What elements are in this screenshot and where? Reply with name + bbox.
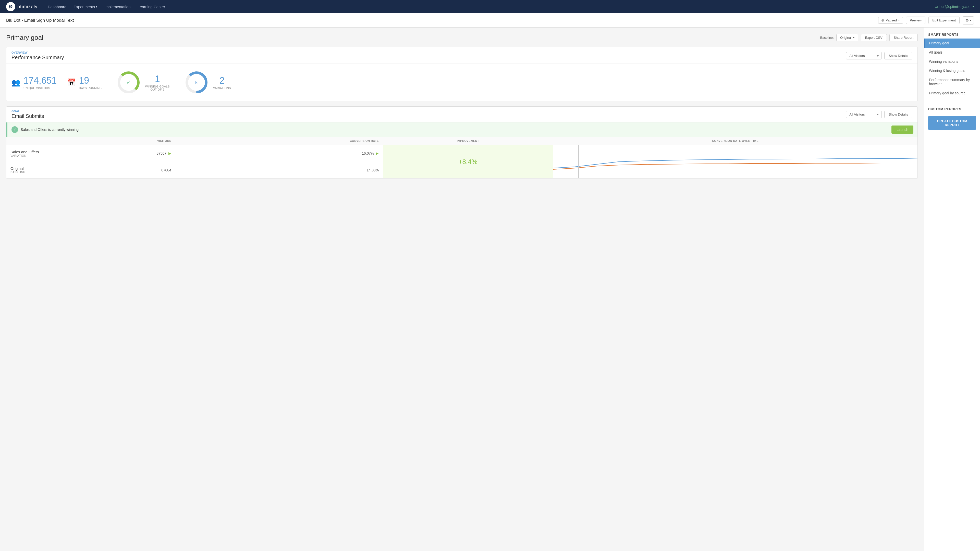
nav-dashboard[interactable]: Dashboard <box>48 5 66 9</box>
page-title: Primary goal <box>6 34 43 41</box>
sidebar: SMART REPORTS Primary goal All goals Win… <box>924 27 980 551</box>
conversion-rate-chart <box>553 145 918 178</box>
overview-label: OVERVIEW <box>11 51 64 54</box>
sidebar-item-all-goals[interactable]: All goals <box>924 48 980 57</box>
show-details-button-goal[interactable]: Show Details <box>884 111 912 118</box>
main-layout: Primary goal Baseline: Original ▾ Export… <box>0 27 980 551</box>
status-label: Paused <box>886 18 897 22</box>
chevron-down-icon: ▾ <box>96 5 97 8</box>
winning-check-icon: ✓ <box>11 126 18 133</box>
card-header-left: OVERVIEW Performance Summary <box>11 51 64 60</box>
nav-links: Dashboard Experiments ▾ Implementation L… <box>48 5 927 9</box>
experiment-header: Blu Dot - Email Sign Up Modal Text Pause… <box>0 13 980 27</box>
variations-label: VARIATIONS <box>213 86 231 89</box>
chart-cell-1 <box>553 145 918 179</box>
days-running-stat: 📅 19 DAYS RUNNING <box>67 75 102 89</box>
table-header-row: VISITORS CONVERSION RATE IMPROVEMENT CON… <box>6 137 918 145</box>
experiment-actions: Paused ▾ Preview Edit Experiment ⚙ ▾ <box>878 16 974 24</box>
edit-experiment-button[interactable]: Edit Experiment <box>928 17 959 24</box>
settings-button[interactable]: ⚙ ▾ <box>963 16 974 24</box>
nav-learning-center[interactable]: Learning Center <box>138 5 165 9</box>
conversion-cell-2: 14.83% <box>175 162 383 179</box>
baseline-value: Original <box>840 36 852 40</box>
goal-card-header: GOAL Email Submits All Visitors Show Det… <box>6 106 918 122</box>
logo[interactable]: Ø ptimizely <box>6 2 38 11</box>
sidebar-item-winning-losing-goals[interactable]: Winning & losing goals <box>924 66 980 75</box>
variation-type: VARIATION <box>11 154 43 157</box>
monitor-icon: ⊡ <box>195 79 199 85</box>
chart-svg <box>553 145 918 178</box>
expand-arrow-conv-1[interactable]: ▶ <box>376 151 379 156</box>
baseline-label: Baseline: <box>820 36 834 40</box>
page-header-controls: Baseline: Original ▾ Export CSV Share Re… <box>820 34 918 41</box>
col-improvement: IMPROVEMENT <box>383 137 553 145</box>
improvement-value: +8.4% <box>388 158 548 166</box>
sidebar-item-perf-browser[interactable]: Performance summary by browser <box>924 75 980 89</box>
export-csv-button[interactable]: Export CSV <box>861 34 887 41</box>
results-table: VISITORS CONVERSION RATE IMPROVEMENT CON… <box>6 137 918 179</box>
winning-goals-stat: ✓ 1 WINNING GOALSOUT OF 2 <box>117 71 170 94</box>
launch-button[interactable]: Launch <box>891 125 913 134</box>
nav-implementation[interactable]: Implementation <box>104 5 130 9</box>
goal-label: GOAL <box>11 110 44 113</box>
unique-visitors-label: UNIQUE VISITORS <box>24 86 57 89</box>
calendar-icon: 📅 <box>67 78 76 87</box>
col-visitors: VISITORS <box>47 137 175 145</box>
performance-summary-card: OVERVIEW Performance Summary All Visitor… <box>6 47 918 101</box>
sidebar-item-primary-goal[interactable]: Primary goal <box>924 38 980 48</box>
baseline-select[interactable]: Original ▾ <box>836 34 858 41</box>
preview-button[interactable]: Preview <box>906 17 925 24</box>
goal-card: GOAL Email Submits All Visitors Show Det… <box>6 106 918 179</box>
show-details-button-perf[interactable]: Show Details <box>884 52 912 59</box>
donut-checkmark-icon: ✓ <box>126 79 131 86</box>
baseline-name: Original <box>11 166 43 171</box>
goal-visitors-filter-select[interactable]: All Visitors <box>846 111 882 118</box>
winning-message: Sales and Offers is currently winning. <box>21 127 80 132</box>
status-dot-icon <box>881 19 884 22</box>
winning-goals-label: WINNING GOALSOUT OF 2 <box>145 85 170 91</box>
create-custom-report-button[interactable]: CREATE CUSTOM REPORT <box>928 116 976 130</box>
expand-arrow-1[interactable]: ▶ <box>169 151 171 156</box>
share-report-button[interactable]: Share Report <box>889 34 918 41</box>
visitors-icon: 👥 <box>11 78 21 87</box>
visitors-cell-1: 87567 ▶ <box>47 145 175 162</box>
col-chart: CONVERSION RATE OVER TIME <box>553 137 918 145</box>
goal-title: Email Submits <box>11 113 44 119</box>
nav-experiments[interactable]: Experiments ▾ <box>73 5 97 9</box>
stats-row: 👥 174,651 UNIQUE VISITORS 📅 19 DAYS RUNN… <box>6 64 918 101</box>
experiment-title: Blu Dot - Email Sign Up Modal Text <box>6 18 74 23</box>
content-area: Primary goal Baseline: Original ▾ Export… <box>0 27 924 551</box>
conversion-cell-1: 16.07% ▶ <box>175 145 383 162</box>
table-row: Sales and Offers VARIATION 87567 ▶ 16.07… <box>6 145 918 162</box>
variation-name-cell: Sales and Offers VARIATION <box>6 145 47 162</box>
goal-header-left: GOAL Email Submits <box>11 110 44 119</box>
logo-text: ptimizely <box>18 4 38 10</box>
variation-name: Sales and Offers <box>11 150 43 154</box>
winning-banner: ✓ Sales and Offers is currently winning.… <box>6 122 918 137</box>
col-variation <box>6 137 47 145</box>
baseline-chevron-icon: ▾ <box>853 36 854 39</box>
days-running-label: DAYS RUNNING <box>79 86 102 89</box>
visitors-value-1: 87567 <box>156 151 166 156</box>
sidebar-item-primary-goal-source[interactable]: Primary goal by source <box>924 89 980 98</box>
visitors-filter-select[interactable]: All Visitors <box>846 52 882 59</box>
status-chevron-icon: ▾ <box>898 19 900 22</box>
winning-goals-value: 1 <box>145 74 170 84</box>
user-menu[interactable]: arthur@optimizely.com ▾ <box>935 5 974 9</box>
user-chevron-icon: ▾ <box>973 5 974 8</box>
goal-header-right: All Visitors Show Details <box>846 111 912 118</box>
logo-icon: Ø <box>6 2 15 11</box>
visitors-cell-2: 87084 <box>47 162 175 179</box>
variation-name-cell-2: Original BASELINE <box>6 162 47 179</box>
baseline-type: BASELINE <box>11 171 43 174</box>
improvement-cell-1: +8.4% <box>383 145 553 179</box>
gear-chevron-icon: ▾ <box>970 19 971 22</box>
sidebar-divider <box>924 100 980 100</box>
top-nav: Ø ptimizely Dashboard Experiments ▾ Impl… <box>0 0 980 13</box>
status-badge[interactable]: Paused ▾ <box>878 17 903 24</box>
unique-visitors-value: 174,651 <box>24 75 57 86</box>
days-running-values: 19 DAYS RUNNING <box>79 75 102 89</box>
sidebar-item-winning-variations[interactable]: Winning variations <box>924 57 980 66</box>
variations-stat: ⊡ 2 VARIATIONS <box>185 71 231 94</box>
user-email: arthur@optimizely.com <box>935 5 972 9</box>
